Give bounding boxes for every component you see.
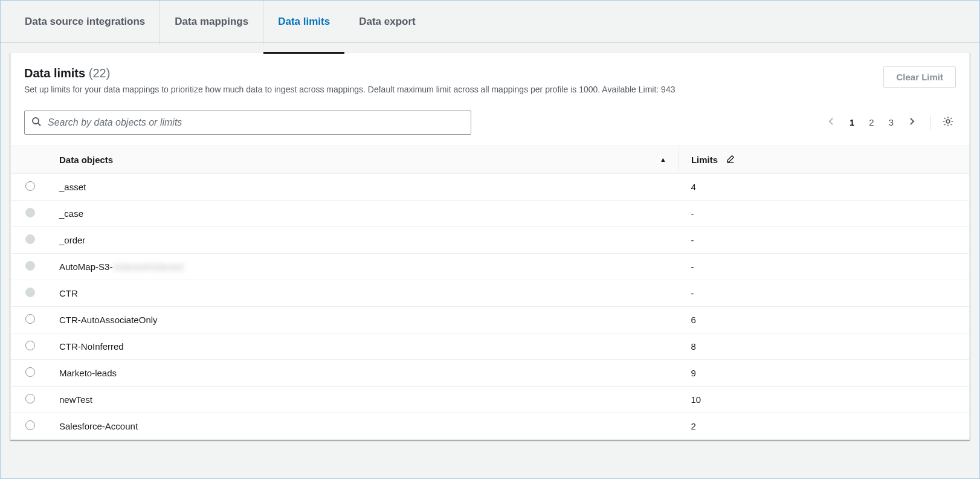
row-radio — [25, 261, 35, 271]
limit-cell: - — [679, 227, 969, 253]
row-select-cell — [11, 253, 47, 280]
row-select-cell — [11, 413, 47, 439]
page-description: Set up limits for your data mappings to … — [24, 84, 883, 96]
toolbar: 1 2 3 — [11, 103, 969, 146]
limit-cell: 8 — [679, 333, 969, 359]
row-select-cell — [11, 227, 47, 253]
table-row: _asset4 — [11, 173, 969, 200]
data-objects-header-label: Data objects — [59, 155, 113, 165]
sort-ascending-icon: ▲ — [660, 156, 666, 163]
pagination-divider — [930, 115, 930, 130]
tab-data-source-integrations[interactable]: Data source integrations — [10, 0, 160, 45]
search-input[interactable] — [24, 111, 471, 135]
table-row: CTR- — [11, 280, 969, 306]
data-object-cell: CTR — [47, 280, 679, 306]
table-row: _case- — [11, 200, 969, 227]
limit-cell: - — [679, 253, 969, 280]
limit-cell: 2 — [679, 413, 969, 439]
data-object-cell: _asset — [47, 173, 679, 200]
row-select-cell — [11, 280, 47, 306]
data-object-cell: Salesforce-Account — [47, 413, 679, 439]
edit-icon — [726, 155, 735, 165]
data-object-cell: CTR-AutoAssociateOnly — [47, 306, 679, 333]
limits-column-header[interactable]: Limits — [679, 146, 969, 173]
clear-limit-button[interactable]: Clear Limit — [883, 66, 956, 88]
limit-cell: 4 — [679, 173, 969, 200]
limit-cell: 6 — [679, 306, 969, 333]
page-title-text: Data limits — [24, 66, 85, 80]
limit-cell: 10 — [679, 386, 969, 413]
page-3[interactable]: 3 — [884, 115, 898, 130]
panel-header: Data limits (22) Set up limits for your … — [11, 53, 969, 103]
row-select-cell — [11, 386, 47, 413]
pagination: 1 2 3 — [823, 113, 956, 132]
tab-data-export[interactable]: Data export — [344, 0, 430, 45]
page-2[interactable]: 2 — [864, 115, 878, 130]
search-wrapper — [24, 111, 471, 135]
row-radio — [25, 208, 35, 217]
gear-icon[interactable] — [940, 114, 956, 132]
tab-data-mappings[interactable]: Data mappings — [160, 0, 263, 45]
data-object-cell: AutoMap-S3-redactedredacted — [47, 253, 679, 280]
table-row: newTest10 — [11, 386, 969, 413]
data-object-cell: _case — [47, 200, 679, 227]
table-row: AutoMap-S3-redactedredacted- — [11, 253, 969, 280]
row-radio[interactable] — [25, 420, 35, 430]
row-radio[interactable] — [25, 341, 35, 350]
limit-cell: - — [679, 280, 969, 306]
pagination-next[interactable] — [903, 113, 920, 132]
row-radio[interactable] — [25, 314, 35, 324]
row-select-cell — [11, 333, 47, 359]
data-object-cell: _order — [47, 227, 679, 253]
page-title-count: (22) — [89, 66, 111, 80]
table-row: CTR-NoInferred8 — [11, 333, 969, 359]
row-radio[interactable] — [25, 181, 35, 191]
data-limits-table: Data objects ▲ Limits — [11, 146, 969, 440]
limit-cell: 9 — [679, 359, 969, 386]
row-select-cell — [11, 200, 47, 227]
data-object-cell: Marketo-leads — [47, 359, 679, 386]
row-radio[interactable] — [25, 394, 35, 403]
limit-cell: - — [679, 200, 969, 227]
table-row: Salesforce-Account2 — [11, 413, 969, 439]
svg-line-1 — [38, 123, 40, 126]
select-column-header — [11, 146, 47, 173]
table-row: _order- — [11, 227, 969, 253]
data-limits-panel: Data limits (22) Set up limits for your … — [10, 53, 970, 440]
data-objects-column-header[interactable]: Data objects ▲ — [47, 146, 679, 173]
row-select-cell — [11, 359, 47, 386]
tab-data-limits[interactable]: Data limits — [263, 0, 344, 45]
row-radio — [25, 234, 35, 244]
row-radio[interactable] — [25, 367, 35, 377]
table-row: CTR-AutoAssociateOnly6 — [11, 306, 969, 333]
page-1[interactable]: 1 — [845, 115, 859, 130]
data-object-cell: CTR-NoInferred — [47, 333, 679, 359]
row-radio — [25, 288, 35, 297]
page-title: Data limits (22) — [24, 66, 883, 80]
search-icon — [31, 117, 41, 129]
table-row: Marketo-leads9 — [11, 359, 969, 386]
row-select-cell — [11, 306, 47, 333]
data-object-cell: newTest — [47, 386, 679, 413]
limits-header-label: Limits — [691, 155, 718, 165]
tabs-container: Data source integrations Data mappings D… — [1, 1, 979, 43]
row-select-cell — [11, 173, 47, 200]
svg-point-2 — [946, 120, 950, 123]
svg-point-0 — [33, 118, 39, 124]
pagination-prev[interactable] — [823, 113, 840, 132]
